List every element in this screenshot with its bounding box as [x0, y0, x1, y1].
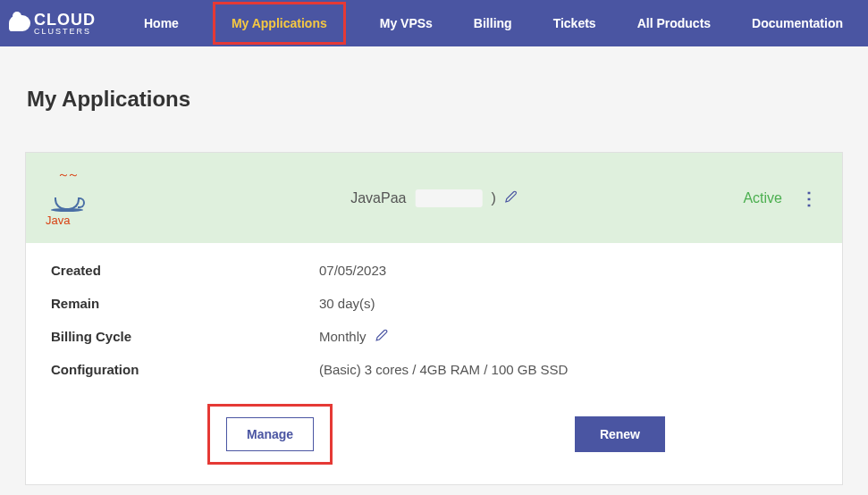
brand-line1: CLOUD — [34, 12, 96, 28]
renew-button[interactable]: Renew — [575, 416, 665, 452]
app-name-container: JavaPaa ) — [350, 189, 518, 207]
nav-items: Home My Applications My VPSs Billing Tic… — [137, 2, 850, 45]
java-label: Java — [46, 214, 88, 227]
status-badge: Active — [743, 190, 782, 206]
app-name-redacted — [415, 189, 482, 207]
app-name-suffix: ) — [491, 190, 495, 206]
edit-name-icon[interactable] — [505, 190, 518, 206]
java-steam-icon: ～～ — [57, 171, 77, 178]
application-card-body: Created 07/05/2023 Remain 30 day(s) Bill… — [26, 243, 842, 484]
created-value: 07/05/2023 — [319, 263, 386, 278]
detail-row-configuration: Configuration (Basic) 3 cores / 4GB RAM … — [51, 362, 817, 377]
detail-row-remain: Remain 30 day(s) — [51, 296, 817, 311]
brand-text: CLOUD CLUSTERS — [34, 12, 96, 36]
manage-button[interactable]: Manage — [226, 417, 314, 451]
edit-billing-cycle-icon[interactable] — [375, 329, 388, 344]
java-logo-container: ～～ Java — [46, 169, 88, 227]
created-label: Created — [51, 263, 319, 278]
application-card-header: ～～ Java JavaPaa ) Active ⋮ — [26, 153, 842, 243]
billing-cycle-value-container: Monthly — [319, 329, 388, 344]
remain-value: 30 day(s) — [319, 296, 375, 311]
remain-label: Remain — [51, 296, 319, 311]
kebab-menu-icon[interactable]: ⋮ — [800, 188, 817, 209]
billing-cycle-label: Billing Cycle — [51, 329, 319, 344]
button-row: Manage Renew — [51, 404, 817, 465]
billing-cycle-value: Monthly — [319, 329, 367, 344]
java-icon: ～～ — [46, 169, 88, 212]
configuration-value: (Basic) 3 cores / 4GB RAM / 100 GB SSD — [319, 362, 568, 377]
nav-documentation[interactable]: Documentation — [745, 2, 850, 45]
brand-line2: CLUSTERS — [34, 28, 96, 36]
detail-row-created: Created 07/05/2023 — [51, 263, 817, 278]
app-name-prefix: JavaPaa — [350, 190, 406, 206]
brand-logo[interactable]: CLOUD CLUSTERS — [9, 12, 96, 36]
page-title: My Applications — [27, 87, 868, 112]
application-card: ～～ Java JavaPaa ) Active ⋮ Created 07/05… — [25, 152, 843, 485]
nav-billing[interactable]: Billing — [467, 2, 519, 45]
nav-all-products[interactable]: All Products — [630, 2, 718, 45]
nav-my-vpss[interactable]: My VPSs — [373, 2, 440, 45]
manage-button-highlight: Manage — [207, 404, 333, 465]
nav-my-applications[interactable]: My Applications — [213, 2, 346, 45]
nav-home[interactable]: Home — [137, 2, 186, 45]
cloud-icon — [9, 15, 30, 31]
nav-tickets[interactable]: Tickets — [546, 2, 603, 45]
detail-row-billing-cycle: Billing Cycle Monthly — [51, 329, 817, 344]
top-navbar: CLOUD CLUSTERS Home My Applications My V… — [0, 0, 868, 46]
configuration-label: Configuration — [51, 362, 319, 377]
